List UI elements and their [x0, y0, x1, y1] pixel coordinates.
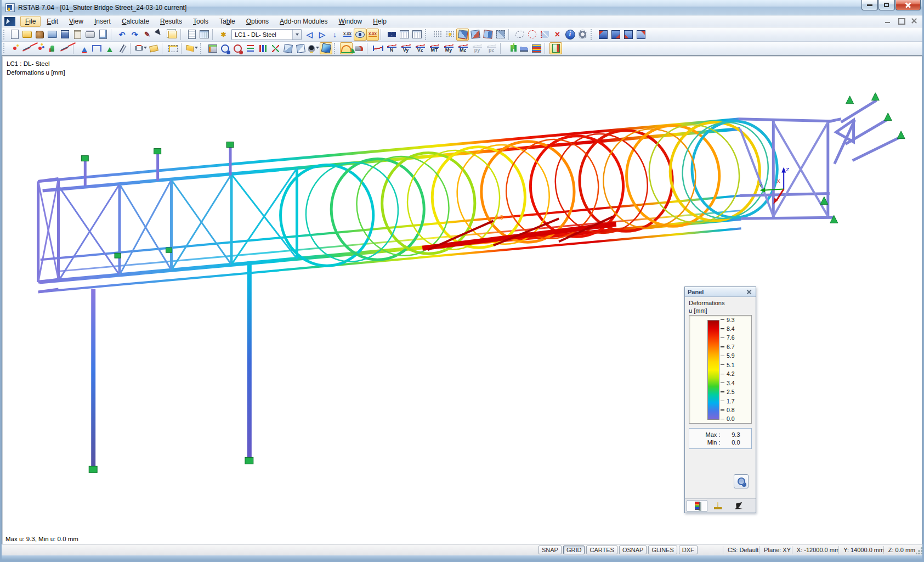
mdi-close-icon[interactable]: [910, 17, 919, 25]
open-file-icon[interactable]: [21, 29, 33, 41]
open-project-icon[interactable]: [33, 29, 46, 41]
load-case-combobox[interactable]: LC1 - DL- Steel: [231, 29, 302, 40]
menu-item[interactable]: Help: [368, 16, 392, 27]
polyline-select-icon[interactable]: [513, 29, 526, 41]
toolbar-grip[interactable]: [3, 30, 6, 40]
result-table-icon[interactable]: [530, 42, 543, 54]
menu-item[interactable]: Tools: [188, 16, 213, 27]
mdi-restore-icon[interactable]: [897, 17, 905, 25]
panel-title-bar[interactable]: Panel: [685, 287, 756, 297]
new-window-icon[interactable]: [166, 29, 179, 41]
perspective-view-icon[interactable]: [294, 42, 307, 54]
menu-item[interactable]: Insert: [89, 16, 116, 27]
new-member-icon[interactable]: [21, 42, 33, 54]
table-view-icon[interactable]: [185, 29, 198, 41]
isometric-view-icon[interactable]: [282, 42, 294, 54]
menu-item[interactable]: Add-on Modules: [275, 16, 332, 27]
new-file-icon[interactable]: [8, 29, 21, 41]
calculate-icon[interactable]: [206, 42, 219, 54]
result-diagram-icon[interactable]: [518, 42, 530, 54]
redo-icon[interactable]: ↷: [128, 29, 141, 41]
comment-icon[interactable]: [148, 42, 160, 54]
support-rotation-icon[interactable]: [103, 42, 116, 54]
menu-item[interactable]: Window: [334, 16, 367, 27]
clipboard-icon[interactable]: [71, 29, 84, 41]
minimize-button[interactable]: [861, 0, 878, 10]
deformation-u-icon[interactable]: [372, 42, 384, 54]
view-along-y-icon[interactable]: [257, 42, 269, 54]
animate-deformation-icon[interactable]: [505, 42, 518, 54]
snap-icon[interactable]: [444, 29, 456, 41]
show-deformation-icon[interactable]: [340, 42, 353, 54]
select-region-icon[interactable]: [167, 42, 179, 54]
set-load-case-icon[interactable]: ↓: [328, 29, 341, 41]
result-type-button[interactable]: pz: [484, 42, 498, 54]
undo-icon[interactable]: ↶: [116, 29, 128, 41]
connect-nodes-icon[interactable]: [33, 42, 46, 54]
view-along-x-icon[interactable]: [244, 42, 257, 54]
zoom-out-icon[interactable]: [231, 42, 244, 54]
status-toggle[interactable]: SNAP: [538, 546, 562, 554]
workplane-pick-icon[interactable]: [494, 29, 507, 41]
menu-item[interactable]: Edit: [42, 16, 63, 27]
result-type-button[interactable]: py: [470, 42, 484, 54]
dimension-icon[interactable]: [135, 42, 148, 54]
visibility-4-icon[interactable]: [634, 29, 647, 41]
print-preview-icon[interactable]: [97, 29, 109, 41]
delete-cross-icon[interactable]: ×: [551, 29, 564, 41]
save-icon[interactable]: [59, 29, 71, 41]
menu-item[interactable]: Results: [155, 16, 187, 27]
grid-icon[interactable]: [431, 29, 444, 41]
extend-member-icon[interactable]: [59, 42, 71, 54]
status-toggle[interactable]: DXF: [679, 546, 698, 554]
bridge-model[interactable]: Z Y X 9.3: [2, 56, 922, 545]
visibility-mode-icon[interactable]: [186, 42, 199, 54]
title-bar[interactable]: RSTAB 7.04 - [01_Shuter Bridge Street_24…: [0, 0, 924, 15]
new-load-case-icon[interactable]: ✱: [217, 29, 230, 41]
table-grid-icon[interactable]: [198, 29, 211, 41]
member-division-icon[interactable]: [116, 42, 128, 54]
workplane-xz-icon[interactable]: [481, 29, 494, 41]
visibility-2-icon[interactable]: [609, 29, 622, 41]
restore-button[interactable]: [878, 0, 895, 10]
result-type-button[interactable]: Mz: [456, 42, 470, 54]
menu-item[interactable]: File: [20, 16, 41, 27]
status-toggle[interactable]: CARTES: [586, 546, 617, 554]
edit-pen-icon[interactable]: ✎: [141, 29, 154, 41]
member-hinge-icon[interactable]: [90, 42, 103, 54]
resize-grip-icon[interactable]: [916, 547, 923, 554]
result-type-button[interactable]: MT: [427, 42, 441, 54]
visibility-1-icon[interactable]: [597, 29, 609, 41]
calculation-selected-icon[interactable]: [411, 29, 423, 41]
result-type-button[interactable]: Vz: [413, 42, 427, 54]
result-type-button[interactable]: N: [384, 42, 399, 54]
show-values-icon[interactable]: X.XX: [341, 29, 354, 41]
status-toggle[interactable]: GLINES: [648, 546, 677, 554]
info-icon[interactable]: i: [564, 29, 576, 41]
tab-filter[interactable]: [728, 500, 749, 512]
result-section-icon[interactable]: [353, 42, 365, 54]
status-toggle[interactable]: GRID: [563, 546, 585, 554]
result-type-button[interactable]: My: [441, 42, 456, 54]
next-load-case-icon[interactable]: ▷: [316, 29, 328, 41]
show-result-values-icon[interactable]: X.XX: [366, 29, 379, 41]
mdi-minimize-icon[interactable]: [883, 17, 892, 25]
rotate-icon[interactable]: [526, 29, 538, 41]
status-toggle[interactable]: OSNAP: [619, 546, 647, 554]
tab-color-scale[interactable]: [687, 500, 707, 512]
mirror-icon[interactable]: [538, 29, 551, 41]
render-model-icon[interactable]: [320, 42, 332, 54]
menu-item[interactable]: Calculate: [117, 16, 154, 27]
panel-toggle-icon[interactable]: [549, 42, 562, 54]
menu-item[interactable]: Table: [214, 16, 240, 27]
document-icon[interactable]: [4, 17, 15, 26]
camera-view-icon[interactable]: [307, 42, 320, 54]
save-project-icon[interactable]: [46, 29, 59, 41]
combo-dropdown-icon[interactable]: [292, 30, 301, 40]
view-along-z-icon[interactable]: [269, 42, 282, 54]
tab-factors[interactable]: [707, 500, 728, 512]
previous-load-case-icon[interactable]: ◁: [303, 29, 316, 41]
calculation-all-icon[interactable]: [398, 29, 411, 41]
new-node-icon[interactable]: [8, 42, 21, 54]
workplane-yz-icon[interactable]: [469, 29, 481, 41]
